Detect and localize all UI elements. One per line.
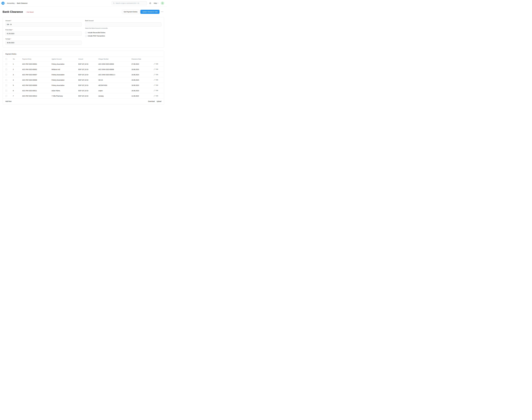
include-reconciled-entries-row[interactable]: Include Reconciled Entries bbox=[85, 32, 161, 33]
cell-no: 3 bbox=[13, 74, 22, 75]
edit-row-button[interactable]: Edit bbox=[154, 74, 158, 75]
edit-row-button[interactable]: Edit bbox=[154, 79, 158, 81]
cell-clearance-date: 18.06.2023 bbox=[131, 85, 153, 86]
add-row-button[interactable]: Add Row bbox=[5, 101, 12, 102]
to-date-field: To Date* bbox=[5, 38, 82, 45]
cell-no: 2 bbox=[13, 69, 22, 70]
edit-row-button[interactable]: Edit bbox=[154, 95, 158, 97]
cell-clearance-date: 11.06.2023 bbox=[131, 95, 153, 97]
cell-against-account: Fishery Association bbox=[52, 63, 78, 65]
column-header-payment-entry: Payment Entry bbox=[22, 58, 52, 60]
table-footer-links: Download Upload bbox=[148, 101, 161, 102]
bank-account-label-text: Bank Account bbox=[85, 20, 94, 21]
bank-account-label: Bank Account bbox=[85, 20, 161, 21]
breadcrumb-item-bank-clearance[interactable]: Bank Clearance bbox=[17, 2, 28, 4]
cell-cheque-number: SO-15 bbox=[98, 79, 131, 81]
cell-against-account: Fishery Association bbox=[52, 85, 78, 86]
upload-button[interactable]: Upload bbox=[157, 101, 161, 102]
cell-amount: EGP 107,10 Dr bbox=[78, 90, 98, 91]
column-header-against-account: Against Account bbox=[52, 58, 78, 60]
page-header: Bank Clearance Not Saved Get Payment Ent… bbox=[0, 6, 167, 14]
cell-no: 5 bbox=[13, 85, 22, 86]
cell-payment-entry[interactable]: ACC-PAY-2023-00008 bbox=[22, 79, 52, 81]
row-checkbox[interactable] bbox=[5, 63, 7, 65]
payment-entries-title: Payment Entries bbox=[3, 51, 164, 57]
pencil-icon bbox=[154, 79, 155, 81]
payment-entries-card: Payment Entries No. Payment Entry Agains… bbox=[2, 51, 164, 105]
pencil-icon bbox=[154, 63, 155, 65]
column-header-amount: Amount bbox=[78, 58, 98, 60]
table-header-row: No. Payment Entry Against Account Amount… bbox=[3, 57, 164, 61]
required-asterisk: * bbox=[12, 29, 13, 30]
column-header-clearance-date: Clearance Date bbox=[131, 58, 153, 60]
update-clearance-date-button[interactable]: Update Clearance Date bbox=[140, 10, 160, 14]
cell-amount: EGP 107,10 Dr bbox=[78, 69, 98, 70]
row-checkbox[interactable] bbox=[5, 69, 7, 70]
cell-no: 1 bbox=[13, 63, 22, 65]
table-row: 2 ACC-PAY-2023-00002 Reliance Ind. EGP 1… bbox=[3, 67, 164, 72]
row-checkbox[interactable] bbox=[5, 74, 7, 75]
cell-clearance-date: 27.06.2023 bbox=[131, 63, 153, 65]
column-header-no: No. bbox=[13, 58, 22, 60]
app-logo[interactable] bbox=[1, 2, 4, 5]
cell-against-account: Fishery Association bbox=[52, 79, 78, 81]
search-icon bbox=[113, 2, 114, 4]
notifications-bell-button[interactable] bbox=[149, 2, 151, 4]
cell-payment-entry[interactable]: ACC-PAY-2023-00002 bbox=[22, 69, 52, 70]
edit-row-button[interactable]: Edit bbox=[154, 84, 158, 86]
table-row: 1 ACC-PAY-2023-00001 Fishery Association… bbox=[3, 61, 164, 67]
edit-label: Edit bbox=[156, 90, 158, 91]
cell-clearance-date: 16.06.2023 bbox=[131, 90, 153, 91]
column-header-cheque-number: Cheque Number bbox=[98, 58, 131, 60]
more-options-button[interactable]: ··· bbox=[161, 11, 164, 13]
cell-cheque-number: ACC-SINV-2023-00003 bbox=[98, 63, 131, 65]
bell-icon bbox=[149, 2, 151, 4]
breadcrumb-separator: › bbox=[6, 2, 6, 4]
get-payment-entries-button[interactable]: Get Payment Entries bbox=[122, 10, 139, 14]
help-menu-button[interactable]: Help bbox=[154, 2, 159, 4]
edit-row-button[interactable]: Edit bbox=[154, 63, 158, 65]
row-checkbox[interactable] bbox=[5, 95, 7, 97]
from-date-input[interactable] bbox=[5, 31, 82, 36]
table-row: 5 ACC-PAY-2023-00009 Fishery Association… bbox=[3, 83, 164, 88]
navbar-right-cluster: Help A bbox=[112, 1, 164, 5]
cell-cheque-number: swvaeg bbox=[98, 95, 131, 97]
edit-label: Edit bbox=[156, 74, 158, 75]
pencil-icon bbox=[154, 95, 155, 96]
include-pos-transactions-row[interactable]: Include POS Transactions bbox=[85, 35, 161, 37]
to-date-input[interactable] bbox=[5, 41, 82, 45]
cell-against-account: 7 Hills Pharmacy bbox=[52, 95, 78, 97]
cell-payment-entry[interactable]: ACC-PAY-2023-00007 bbox=[22, 74, 52, 75]
edit-row-button[interactable]: Edit bbox=[154, 90, 158, 91]
to-date-label-text: To Date bbox=[5, 38, 10, 40]
search-input[interactable] bbox=[115, 2, 145, 4]
cell-amount: EGP 107,10 Dr bbox=[78, 95, 98, 97]
cell-payment-entry[interactable]: ACC-PAY-2023-00009 bbox=[22, 85, 52, 86]
table-row: 7 ACC-PAY-2023-00012 7 Hills Pharmacy EG… bbox=[3, 93, 164, 99]
select-all-checkbox[interactable] bbox=[5, 58, 7, 60]
include-reconciled-entries-checkbox[interactable] bbox=[85, 32, 87, 33]
account-input[interactable] bbox=[5, 22, 82, 27]
user-avatar[interactable]: A bbox=[161, 1, 164, 5]
edit-row-button[interactable]: Edit bbox=[154, 68, 158, 70]
global-search[interactable] bbox=[112, 1, 147, 5]
cell-payment-entry[interactable]: ACC-PAY-2023-00012 bbox=[22, 95, 52, 97]
avatar-letter: A bbox=[162, 2, 163, 4]
account-label-text: Account bbox=[5, 20, 10, 21]
breadcrumb-item-accounting[interactable]: Accounting bbox=[7, 2, 15, 4]
bank-account-input[interactable] bbox=[85, 22, 161, 27]
cell-amount: EGP 107,10 Dr bbox=[78, 79, 98, 81]
breadcrumb: › Accounting › Bank Clearance bbox=[6, 2, 28, 4]
edit-label: Edit bbox=[156, 63, 158, 65]
cell-payment-entry[interactable]: ACC-PAY-2023-00011 bbox=[22, 90, 52, 91]
row-checkbox[interactable] bbox=[5, 85, 7, 86]
include-pos-transactions-label: Include POS Transactions bbox=[88, 35, 105, 37]
row-checkbox[interactable] bbox=[5, 90, 7, 91]
table-footer: Add Row Download Upload bbox=[3, 99, 164, 104]
cell-amount: EGP 107,10 Dr bbox=[78, 74, 98, 75]
cell-payment-entry[interactable]: ACC-PAY-2023-00001 bbox=[22, 63, 52, 65]
cell-no: 7 bbox=[13, 95, 22, 97]
download-button[interactable]: Download bbox=[148, 101, 155, 102]
include-pos-transactions-checkbox[interactable] bbox=[85, 35, 87, 37]
row-checkbox[interactable] bbox=[5, 79, 7, 81]
